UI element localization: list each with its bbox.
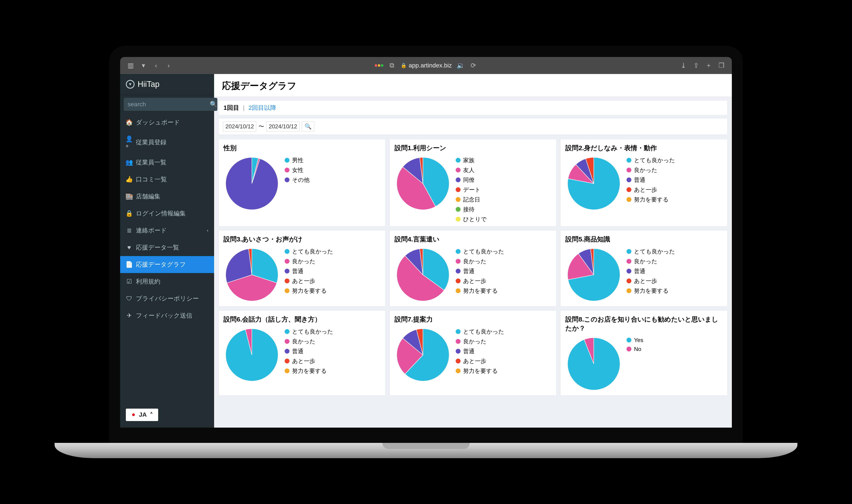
sidebar-item-3[interactable]: 👍口コミ一覧 (120, 171, 214, 188)
legend-item: 努力を要する (456, 367, 504, 375)
pie-chart (224, 247, 280, 303)
new-tab-icon[interactable]: ＋ (705, 61, 713, 69)
legend-swatch (456, 349, 460, 354)
chart-title: 設問1.利用シーン (395, 144, 552, 152)
sidebar-item-label: プライバシーポリシー (136, 294, 199, 303)
laptop-notch (382, 443, 470, 449)
sidebar-item-9[interactable]: ☑利用規約 (120, 273, 214, 290)
sidebar-item-label: ログイン情報編集 (136, 209, 186, 218)
legend: 男性女性その他 (285, 155, 310, 184)
sidebar: HiiTap 🔍 🏠ダッシュボード👤+従業員登録👥従業員一覧👍口コミ一覧🏬店舗編… (120, 74, 214, 428)
reload-icon[interactable]: ⟳ (469, 61, 477, 69)
legend-label: あと一歩 (634, 277, 657, 285)
legend-label: 良かった (292, 257, 315, 265)
search-input[interactable] (124, 98, 210, 111)
send-icon: ✈ (126, 312, 133, 319)
legend-item: 努力を要する (285, 367, 333, 375)
tab-subsequent[interactable]: 2回目以降 (248, 104, 276, 111)
address-bar[interactable]: 🔒 app.artindex.biz (401, 62, 452, 69)
legend-item: デート (456, 186, 487, 194)
sidebar-toggle-icon[interactable]: ▥ (127, 61, 135, 69)
sidebar-item-2[interactable]: 👥従業員一覧 (120, 154, 214, 171)
legend-label: 良かった (463, 257, 487, 265)
sidebar-item-5[interactable]: 🔒ログイン情報編集 (120, 205, 214, 222)
legend-label: 努力を要する (292, 287, 327, 295)
sidebar-item-10[interactable]: 🛡プライバシーポリシー (120, 290, 214, 307)
sidebar-item-1[interactable]: 👤+従業員登録 (120, 131, 214, 154)
date-to[interactable]: 2024/10/12 (266, 122, 299, 131)
heart-icon: ♥ (126, 244, 133, 251)
sidebar-item-11[interactable]: ✈フィードバック送信 (120, 307, 214, 324)
legend-item: とても良かった (456, 328, 504, 336)
chart-title: 設問7.提案力 (395, 315, 552, 324)
search-button[interactable]: 🔍 (210, 98, 218, 111)
pie-chart (395, 155, 451, 212)
legend-item: 努力を要する (627, 287, 675, 295)
chart-title: 設問2.身だしなみ・表情・動作 (566, 144, 723, 152)
brand[interactable]: HiiTap (120, 74, 214, 95)
check-icon: ☑ (126, 278, 133, 285)
page-header: 応援データグラフ (214, 74, 732, 97)
legend-label: 記念日 (463, 196, 480, 203)
legend-swatch (456, 288, 460, 293)
sidebar-item-7[interactable]: ♥応援データ一覧 (120, 239, 214, 256)
legend-swatch (285, 178, 290, 182)
legend-label: デート (463, 186, 481, 194)
share-icon[interactable]: ⇪ (692, 61, 700, 69)
legend-swatch (456, 259, 460, 264)
tabs-bar: 1回目 | 2回目以降 (219, 101, 728, 115)
legend-item: 同僚 (456, 176, 487, 184)
legend-swatch (456, 368, 460, 373)
sidebar-item-label: 利用規約 (136, 277, 160, 286)
audio-icon[interactable]: 🔉 (456, 61, 465, 69)
tabs-icon[interactable]: ❐ (717, 61, 725, 69)
chart-card-6: 設問6.会話力（話し方、聞き方）とても良かった良かった普通あと一歩努力を要する (219, 310, 386, 396)
legend-label: 普通 (463, 347, 474, 355)
legend-label: 接待 (463, 205, 474, 213)
legend-item: あと一歩 (627, 277, 675, 285)
tab-first[interactable]: 1回目 (224, 104, 239, 111)
downloads-icon[interactable]: ⤓ (679, 61, 687, 69)
legend-swatch (285, 339, 290, 344)
legend-item: Yes (627, 337, 643, 344)
legend-label: 女性 (292, 166, 303, 174)
legend-swatch (456, 207, 460, 212)
legend-item: とても良かった (456, 248, 504, 255)
legend-label: 男性 (292, 157, 303, 164)
legend: とても良かった良かった普通あと一歩努力を要する (627, 247, 675, 295)
sidebar-item-8[interactable]: 📄応援データグラフ (120, 256, 214, 273)
date-search-button[interactable]: 🔍 (302, 122, 314, 131)
legend-swatch (627, 187, 631, 192)
language-code: JA (139, 411, 147, 418)
legend-label: 努力を要する (463, 367, 498, 375)
legend-item: 女性 (285, 166, 310, 174)
legend-item: 家族 (456, 157, 487, 164)
language-switcher[interactable]: JA ˄ (126, 409, 158, 421)
date-from[interactable]: 2024/10/12 (223, 122, 256, 131)
forward-icon[interactable]: › (165, 61, 173, 69)
search-icon: 🔍 (305, 123, 312, 130)
sidebar-item-4[interactable]: 🏬店舗編集 (120, 188, 214, 205)
sidebar-item-6[interactable]: ≣連絡ボード‹ (120, 222, 214, 239)
legend-label: とても良かった (634, 248, 675, 255)
sidebar-item-0[interactable]: 🏠ダッシュボード (120, 114, 214, 131)
legend-label: 普通 (634, 267, 645, 275)
legend-label: 良かった (463, 338, 487, 345)
legend-swatch (456, 249, 460, 254)
reader-icon[interactable]: ⧉ (388, 61, 396, 69)
legend-item: 良かった (456, 338, 504, 345)
chart-card-4: 設問4.言葉遣いとても良かった良かった普通あと一歩努力を要する (389, 230, 557, 306)
grid-apps-icon[interactable] (375, 65, 383, 67)
chevron-down-icon[interactable]: ▾ (139, 61, 147, 69)
legend-item: 努力を要する (285, 287, 333, 295)
chevron-left-icon: ‹ (207, 228, 208, 233)
thumbs-up-icon: 👍 (126, 176, 133, 183)
chart-card-7: 設問7.提案力とても良かった良かった普通あと一歩努力を要する (389, 310, 557, 396)
legend-swatch (456, 197, 460, 202)
chevron-up-icon: ˄ (150, 411, 153, 418)
legend-swatch (456, 178, 460, 182)
laptop-frame: ▥ ▾ ‹ › ⧉ 🔒 app.artindex.biz 🔉 ⟳ (109, 46, 743, 458)
back-icon[interactable]: ‹ (152, 61, 160, 69)
japan-flag-icon (131, 412, 136, 417)
chart-card-2: 設問2.身だしなみ・表情・動作とても良かった良かった普通あと一歩努力を要する (560, 139, 728, 226)
